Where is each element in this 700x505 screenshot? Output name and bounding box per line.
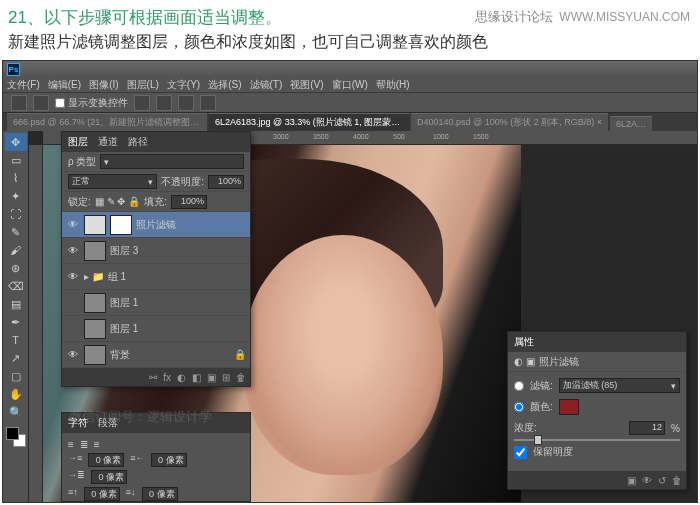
space-input[interactable]: 0 像素: [84, 487, 120, 501]
type-tool-icon[interactable]: T: [5, 331, 27, 349]
filter-dropdown[interactable]: 加温滤镜 (85)▾: [559, 378, 680, 393]
group-icon[interactable]: ▣: [207, 372, 216, 383]
fx-icon[interactable]: fx: [163, 372, 171, 383]
tab-doc-3[interactable]: D400140.psd @ 100% (形状 2 副本, RGB/8) ×: [411, 113, 608, 131]
indent-input[interactable]: 0 像素: [151, 453, 187, 467]
align-left-icon[interactable]: ≡: [68, 439, 74, 450]
preserve-luminosity-checkbox[interactable]: [514, 446, 527, 459]
color-swatch[interactable]: [559, 399, 579, 415]
toolbox: ✥ ▭ ⌇ ✦ ⛶ ✎ 🖌 ⊛ ⌫ ▤ ✒ T ↗ ▢ ✋ 🔍: [3, 131, 29, 502]
space-input[interactable]: 0 像素: [142, 487, 178, 501]
layer-item[interactable]: 👁 图层 3: [62, 238, 250, 264]
layer-thumb-icon[interactable]: [84, 293, 106, 313]
adjustment-thumb-icon[interactable]: [84, 215, 106, 235]
align-icon[interactable]: [156, 95, 172, 111]
menu-edit[interactable]: 编辑(E): [48, 78, 81, 92]
show-transform-checkbox[interactable]: 显示变换控件: [55, 96, 128, 110]
crop-tool-icon[interactable]: ⛶: [5, 205, 27, 223]
clip-icon[interactable]: ▣: [627, 475, 636, 486]
tab-layers[interactable]: 图层: [68, 135, 88, 149]
menu-help[interactable]: 帮助(H): [376, 78, 410, 92]
opacity-label: 不透明度:: [161, 175, 204, 189]
visibility-icon[interactable]: [66, 322, 80, 336]
menu-image[interactable]: 图像(I): [89, 78, 118, 92]
reset-icon[interactable]: ↺: [658, 475, 666, 486]
layer-item-bg[interactable]: 👁 背景 🔒: [62, 342, 250, 368]
pen-tool-icon[interactable]: ✒: [5, 313, 27, 331]
move-tool-preset-icon[interactable]: [11, 95, 27, 111]
move-tool-icon[interactable]: ✥: [5, 133, 27, 151]
lasso-tool-icon[interactable]: ⌇: [5, 169, 27, 187]
layer-item[interactable]: 👁 照片滤镜: [62, 212, 250, 238]
menu-filter[interactable]: 滤镜(T): [250, 78, 283, 92]
menu-view[interactable]: 视图(V): [290, 78, 323, 92]
tab-channels[interactable]: 通道: [98, 135, 118, 149]
marquee-tool-icon[interactable]: ▭: [5, 151, 27, 169]
density-slider[interactable]: [514, 439, 680, 441]
hand-tool-icon[interactable]: ✋: [5, 385, 27, 403]
visibility-icon[interactable]: 👁: [66, 244, 80, 258]
layer-item[interactable]: 图层 1: [62, 290, 250, 316]
mask-thumb-icon[interactable]: [110, 215, 132, 235]
trash-icon[interactable]: 🗑: [672, 475, 682, 486]
titlebar: Ps: [3, 61, 697, 77]
tab-properties[interactable]: 属性: [514, 335, 534, 349]
eraser-tool-icon[interactable]: ⌫: [5, 277, 27, 295]
layer-item[interactable]: 图层 1: [62, 316, 250, 342]
menu-layer[interactable]: 图层(L): [127, 78, 159, 92]
tab-doc-4[interactable]: 6L2A…: [610, 116, 652, 131]
layer-thumb-icon[interactable]: [84, 319, 106, 339]
wand-tool-icon[interactable]: ✦: [5, 187, 27, 205]
fg-color-swatch[interactable]: [6, 427, 19, 440]
gradient-tool-icon[interactable]: ▤: [5, 295, 27, 313]
fill-input[interactable]: 100%: [171, 195, 207, 209]
menu-select[interactable]: 选择(S): [208, 78, 241, 92]
visibility-icon[interactable]: 👁: [66, 348, 80, 362]
align-icon[interactable]: [134, 95, 150, 111]
lock-icons[interactable]: ▦ ✎ ✥ 🔒: [95, 196, 140, 207]
color-radio[interactable]: [514, 402, 524, 412]
layer-thumb-icon[interactable]: [84, 345, 106, 365]
align-icon[interactable]: [178, 95, 194, 111]
layer-thumb-icon[interactable]: [84, 241, 106, 261]
eyedropper-tool-icon[interactable]: ✎: [5, 223, 27, 241]
align-right-icon[interactable]: ≡: [94, 439, 100, 450]
visibility-icon[interactable]: 👁: [66, 218, 80, 232]
visibility-icon[interactable]: 👁: [66, 270, 80, 284]
brush-tool-icon[interactable]: 🖌: [5, 241, 27, 259]
layers-panel: 图层 通道 路径 ρ 类型 ▾ 正常▾ 不透明度: 100% 锁定: ▦ ✎ ✥…: [61, 131, 251, 387]
new-layer-icon[interactable]: ⊞: [222, 372, 230, 383]
kind-filter-dropdown[interactable]: ▾: [100, 154, 244, 169]
distribute-icon[interactable]: [200, 95, 216, 111]
canvas-area: 500 1000 1500 2000 2500 3000 3500 4000 5…: [29, 131, 697, 502]
trash-icon[interactable]: 🗑: [236, 372, 246, 383]
layer-item-group[interactable]: 👁 ▸ 📁 组 1: [62, 264, 250, 290]
zoom-tool-icon[interactable]: 🔍: [5, 403, 27, 421]
ps-logo-icon: Ps: [7, 63, 20, 76]
menu-type[interactable]: 文字(Y): [167, 78, 200, 92]
menu-file[interactable]: 文件(F): [7, 78, 40, 92]
mask-icon[interactable]: ◐: [177, 372, 186, 383]
visibility-icon[interactable]: [66, 296, 80, 310]
path-tool-icon[interactable]: ↗: [5, 349, 27, 367]
auto-select-icon[interactable]: [33, 95, 49, 111]
link-icon[interactable]: ⚯: [149, 372, 157, 383]
align-center-icon[interactable]: ≣: [80, 439, 88, 450]
opacity-input[interactable]: 100%: [208, 175, 244, 189]
indent-input[interactable]: 0 像素: [88, 453, 124, 467]
shape-tool-icon[interactable]: ▢: [5, 367, 27, 385]
density-input[interactable]: 12: [629, 421, 665, 435]
indent-input[interactable]: 0 像素: [91, 470, 127, 484]
view-previous-icon[interactable]: 👁: [642, 475, 652, 486]
stamp-tool-icon[interactable]: ⊛: [5, 259, 27, 277]
tab-doc-1[interactable]: 666.psd @ 66.7% (21、新建照片滤镜调整图层，颜色和浓度如图，也…: [7, 113, 207, 131]
adjustment-icon[interactable]: ◧: [192, 372, 201, 383]
filter-radio[interactable]: [514, 381, 524, 391]
tab-doc-2[interactable]: 6L2A6183.jpg @ 33.3% (照片滤镜 1, 图层蒙版/8) ×: [209, 113, 409, 131]
color-swatches[interactable]: [6, 427, 26, 447]
blend-mode-dropdown[interactable]: 正常▾: [68, 174, 157, 189]
menubar: 文件(F) 编辑(E) 图像(I) 图层(L) 文字(Y) 选择(S) 滤镜(T…: [3, 77, 697, 93]
kind-filter-label: ρ 类型: [68, 155, 96, 169]
menu-window[interactable]: 窗口(W): [332, 78, 368, 92]
tab-paths[interactable]: 路径: [128, 135, 148, 149]
